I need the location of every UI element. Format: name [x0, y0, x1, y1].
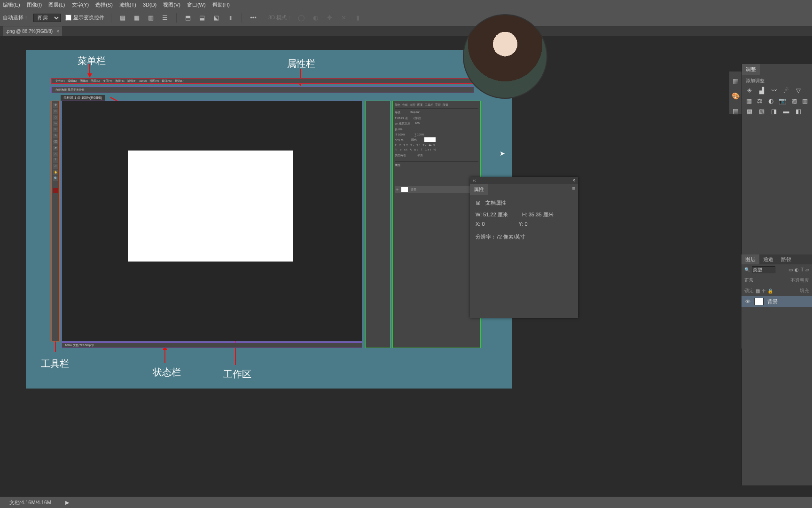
inner-toolbar: ✥ ▭ ◌ ✂ ⎋ ✎ ⌫ ▰ △ T ▱ ✋ 🔍 — [51, 101, 60, 341]
tool-icon: ✂ — [53, 121, 58, 126]
properties-tab[interactable]: 属性 — [470, 184, 488, 195]
hue-icon[interactable]: ▦ — [746, 97, 752, 105]
menu-select[interactable]: 选择(S) — [95, 1, 113, 8]
align-right-icon[interactable]: ▥ — [146, 13, 156, 23]
layer-row[interactable]: 👁 背景 — [742, 296, 812, 307]
align-middle-icon[interactable]: ⬓ — [197, 13, 207, 23]
tab-paths[interactable]: 路径 — [777, 254, 795, 264]
distribute-icon[interactable]: ⫼ — [226, 13, 235, 23]
inner-align-lbl: 属性 — [395, 161, 478, 167]
menu-image[interactable]: 图像(I) — [27, 1, 42, 8]
curves-icon[interactable]: 〰 — [770, 87, 778, 95]
more-icon[interactable]: ••• — [249, 13, 258, 23]
inner-style: Regular — [410, 111, 420, 115]
panel-header[interactable]: ‹‹ × — [470, 177, 578, 184]
menu-layer[interactable]: 图层(L) — [48, 1, 65, 8]
inner-document — [128, 151, 293, 262]
pan-icon[interactable]: ✥ — [325, 13, 334, 23]
lookup-icon[interactable]: ▥ — [802, 97, 808, 105]
slide-icon[interactable]: ⤧ — [339, 13, 348, 23]
lock-pixel-icon[interactable]: ▦ — [756, 288, 760, 294]
show-transform-checkbox[interactable]: 显示变换控件 — [65, 14, 104, 21]
menu-filter[interactable]: 滤镜(T) — [119, 1, 136, 8]
blend-mode[interactable]: 正常 — [744, 277, 754, 284]
photo-filter-icon[interactable]: 📷 — [779, 97, 786, 105]
layer-filter-input[interactable] — [752, 266, 775, 273]
posterize-icon[interactable]: ▧ — [758, 108, 765, 115]
inner-menubar: 文件(F) 编辑(E) 图像(I) 图层(L) 文字(Y) 选择(S) 滤镜(T… — [51, 78, 474, 84]
properties-panel[interactable]: ‹‹ × 属性 ≡ 🗎 文档属性 W: 51.22 厘米 H: 35.35 厘米… — [470, 177, 578, 318]
align-stack-icon[interactable]: ☰ — [160, 13, 170, 23]
panel-menu-icon[interactable]: ≡ — [572, 185, 575, 191]
balance-icon[interactable]: ⚖ — [757, 97, 763, 105]
y-value: 0 — [524, 221, 527, 227]
doc-size: 文档:4.16M/4.16M — [9, 499, 51, 506]
inner-menu-item: 文字(Y) — [103, 79, 112, 83]
add-adjustment-label: 添加调整 — [746, 78, 808, 84]
menu-type[interactable]: 文字(Y) — [72, 1, 89, 8]
visibility-icon[interactable]: 👁 — [745, 299, 750, 304]
collapse-icon[interactable]: ‹‹ — [473, 178, 476, 183]
document-tab[interactable]: .png @ 88.7%(RGB/8) × — [3, 26, 62, 36]
inner-menu-item: 窗口(W) — [162, 79, 172, 83]
statusbar-arrow-icon[interactable]: ▶ — [65, 500, 69, 506]
inner-optbar: 自动选择 显示变换控件 — [51, 87, 474, 93]
menu-view[interactable]: 视图(V) — [163, 1, 180, 8]
inner-color-swatch — [424, 137, 436, 142]
inner-font: 等线 — [395, 111, 400, 115]
tab-close-icon[interactable]: × — [56, 29, 59, 34]
show-transform-input[interactable] — [65, 15, 71, 21]
align-bottom-icon[interactable]: ⬕ — [211, 13, 221, 23]
filter-type-icon[interactable]: T — [801, 267, 804, 272]
inner-statusbar: 100% 文档:792.0K字节 — [62, 342, 362, 348]
vibrance-icon[interactable]: ▽ — [795, 87, 802, 95]
roll-icon[interactable]: ◐ — [311, 13, 320, 23]
invert-icon[interactable]: ▩ — [746, 108, 753, 115]
selective-icon[interactable]: ◧ — [795, 108, 802, 115]
threshold-icon[interactable]: ◨ — [770, 108, 778, 115]
orbit-icon[interactable]: ◯ — [297, 13, 306, 23]
inner-track: VA 规范高度 — [395, 122, 410, 126]
inner-menu-item: 3D(D) — [139, 79, 147, 82]
tab-layers[interactable]: 图层 — [742, 254, 759, 264]
menu-window[interactable]: 窗口(W) — [187, 1, 206, 8]
x-value: 0 — [482, 221, 484, 227]
anno-toolbar: 工具栏 — [41, 357, 69, 370]
bw-icon[interactable]: ◐ — [768, 97, 774, 105]
mixer-icon[interactable]: ▨ — [791, 97, 797, 105]
filter-image-icon[interactable]: ▭ — [789, 267, 793, 272]
tool-icon: ◌ — [53, 115, 58, 120]
inner-panels: 颜色 色板 渐变 图案 工具栏 字符 段落 等线 Regular T 28.22… — [392, 101, 481, 348]
menu-3d[interactable]: 3D(D) — [143, 2, 156, 8]
filter-adj-icon[interactable]: ◐ — [795, 267, 799, 272]
adjustments-tab[interactable]: 调整 — [742, 64, 760, 75]
exposure-icon[interactable]: ☄ — [782, 87, 790, 95]
align-left-icon[interactable]: ▤ — [118, 13, 127, 23]
align-top-icon[interactable]: ⬒ — [183, 13, 193, 23]
separator — [176, 13, 177, 23]
inner-size: 28.22 点 — [397, 117, 408, 119]
swatches-icon[interactable]: ▤ — [732, 107, 739, 115]
align-center-h-icon[interactable]: ▦ — [132, 13, 141, 23]
mode3d-label: 3D 模式： — [268, 14, 292, 21]
menu-edit[interactable]: 编辑(E) — [3, 1, 20, 8]
close-icon[interactable]: × — [572, 178, 575, 183]
camera-icon[interactable]: ▮ — [353, 13, 362, 23]
filter-shape-icon[interactable]: ▱ — [805, 267, 809, 272]
gradient-map-icon[interactable]: ▬ — [782, 108, 790, 115]
levels-icon[interactable]: ▟ — [758, 87, 765, 95]
anno-propbar: 属性栏 — [287, 57, 315, 70]
menu-help[interactable]: 帮助(H) — [212, 1, 230, 8]
inner-menu-item: 帮助(H) — [175, 79, 184, 83]
color-icon[interactable]: 🎨 — [732, 92, 739, 100]
history-icon[interactable]: ▦ — [732, 77, 739, 85]
lock-pos-icon[interactable]: ✛ — [762, 288, 765, 294]
tool-icon: ✥ — [53, 103, 58, 108]
workspace: 菜单栏 属性栏 文件标签栏 工具栏 状态栏 工作区 扩展窗口区 文件(F) 编辑… — [0, 36, 812, 497]
autoselect-dropdown[interactable]: 图层 — [33, 14, 61, 22]
webcam-overlay — [463, 14, 547, 99]
lock-all-icon[interactable]: 🔒 — [767, 288, 773, 294]
adjustments-panel: 添加调整 ☀ ▟ 〰 ☄ ▽ ▦ ⚖ ◐ 📷 ▨ ▥ ▩ ▧ ◨ ▬ ◧ — [742, 75, 812, 121]
tab-channels[interactable]: 通道 — [759, 254, 777, 264]
brightness-icon[interactable]: ☀ — [746, 87, 753, 95]
